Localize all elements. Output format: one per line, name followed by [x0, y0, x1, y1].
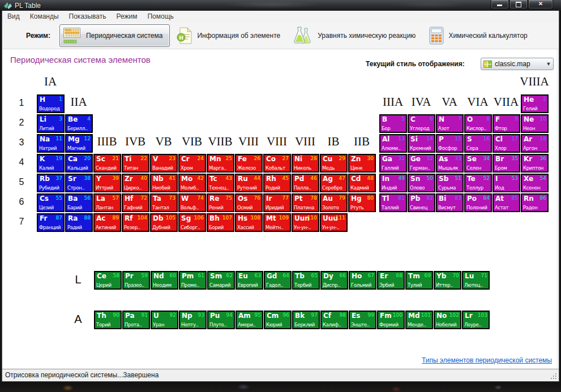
element-cell-bi[interactable]: Bi83Висмут	[436, 193, 464, 212]
element-cell-cf[interactable]: Cf98Калиф..	[320, 311, 348, 329]
element-cell-be[interactable]: Be4Берилл..	[65, 114, 93, 133]
element-cell-mn[interactable]: Mn25Марга..	[207, 154, 234, 173]
element-cell-gd[interactable]: Gd64Гадол..	[264, 271, 292, 290]
element-cell-th[interactable]: Th90Торий	[94, 311, 122, 329]
element-cell-fe[interactable]: Fe26Железо	[235, 154, 263, 173]
menu-item-show[interactable]: Показывать	[64, 11, 112, 20]
minimize-button[interactable]	[491, 0, 509, 9]
element-cell-am[interactable]: Am95Амери..	[235, 311, 263, 329]
element-cell-nd[interactable]: Nd60Неодим	[151, 271, 178, 290]
element-cell-hs[interactable]: Hs108Хассий	[235, 213, 263, 232]
element-cell-fm[interactable]: Fm100Фермий	[377, 311, 405, 329]
element-cell-ag[interactable]: Ag47Серебро	[320, 174, 348, 192]
element-cell-pa[interactable]: Pa91Прота..	[122, 311, 150, 329]
element-cell-rh[interactable]: Rh45Родий	[263, 174, 291, 192]
element-cell-mg[interactable]: Mg12Магний	[65, 134, 93, 153]
element-cell-pd[interactable]: Pd46Палла..	[292, 174, 319, 192]
element-cell-re[interactable]: Re75Рений	[207, 193, 234, 212]
element-cell-na[interactable]: Na11Натрий	[37, 134, 65, 153]
toolbar-button-chem-calculator[interactable]: Химический калькулятор	[426, 24, 534, 47]
element-cell-lu[interactable]: Lu71Лютец..	[462, 271, 490, 290]
menu-item-help[interactable]: Помощь	[142, 11, 178, 20]
element-cell-po[interactable]: Po84Полоний	[464, 193, 492, 212]
element-cell-c[interactable]: C6Углерод	[408, 114, 435, 133]
element-cell-os[interactable]: Os76Осмий	[235, 193, 263, 212]
element-cell-no[interactable]: No102Нобелий	[434, 311, 461, 329]
element-cell-ac[interactable]: Ac89Актиний	[93, 213, 121, 232]
element-cell-pu[interactable]: Pu94Плуто..	[207, 311, 235, 329]
close-button[interactable]: ✕	[528, 0, 553, 9]
toolbar-button-balance-reaction[interactable]: Уравнять химическую реакцию	[290, 24, 422, 47]
element-cell-zr[interactable]: Zr40Цирко..	[122, 174, 149, 192]
element-cell-sn[interactable]: Sn50Олово	[408, 174, 435, 192]
element-cell-tm[interactable]: Tm69Тулий	[405, 271, 433, 290]
element-cell-h[interactable]: H1Водород	[37, 94, 65, 113]
element-cell-ge[interactable]: Ge32Герман..	[408, 154, 435, 173]
element-cell-nb[interactable]: Nb41Ниобий	[150, 174, 178, 192]
element-cell-ir[interactable]: Ir77Иридий	[263, 193, 291, 212]
element-cell-sg[interactable]: Sg106Сиборг..	[178, 213, 206, 232]
element-cell-cl[interactable]: Cl17Хлор	[493, 134, 520, 153]
element-cell-hf[interactable]: Hf72Гафний	[122, 193, 149, 212]
element-cell-cr[interactable]: Cr24Хром	[178, 154, 206, 173]
element-cell-yb[interactable]: Yb70Иттер..	[434, 271, 461, 290]
element-cell-kr[interactable]: Kr36Криптон	[521, 154, 549, 173]
element-cell-uuu[interactable]: Uuu111Ун-ун-..	[320, 213, 348, 232]
element-cell-at[interactable]: At85Астат	[493, 193, 520, 212]
element-cell-sr[interactable]: Sr38Строн..	[65, 174, 93, 192]
element-cell-zn[interactable]: Zn30Цинк	[348, 154, 376, 173]
element-cell-bk[interactable]: Bk97Берклий	[292, 311, 320, 329]
element-cell-u[interactable]: U92Уран	[151, 311, 178, 329]
element-cell-f[interactable]: F9Фтор	[493, 114, 520, 133]
element-cell-lr[interactable]: Lr103Лоуре..	[462, 311, 490, 329]
element-cell-cs[interactable]: Cs55Цезий	[37, 193, 65, 212]
element-cell-pr[interactable]: Pr59Празео..	[122, 271, 150, 290]
element-cell-hg[interactable]: Hg80Ртуть	[348, 193, 376, 212]
element-cell-k[interactable]: K19Калий	[37, 154, 65, 173]
element-cell-ce[interactable]: Ce58Церий	[94, 271, 122, 290]
element-cell-la[interactable]: La57Лантан	[93, 193, 121, 212]
menu-item-mode[interactable]: Режим	[111, 11, 142, 20]
element-cell-ho[interactable]: Ho67Гольмий	[349, 271, 376, 290]
element-cell-bh[interactable]: Bh107Борий	[207, 213, 234, 232]
element-cell-rf[interactable]: Rf104Резер..	[122, 213, 149, 232]
element-cell-w[interactable]: W74Вольф..	[178, 193, 206, 212]
element-cell-cm[interactable]: Cm96Кюрий	[264, 311, 292, 329]
element-cell-es[interactable]: Es99Энште..	[349, 311, 376, 329]
element-cell-md[interactable]: Md101Менде..	[405, 311, 433, 329]
element-cell-mt[interactable]: Mt109Мейтн..	[263, 213, 291, 232]
element-cell-te[interactable]: Te52Теллур	[464, 174, 492, 192]
menu-item-view[interactable]: Вид	[2, 11, 25, 20]
element-cell-se[interactable]: Se34Селен	[464, 154, 492, 173]
element-cell-np[interactable]: Np93Непту..	[179, 311, 207, 329]
element-cell-eu[interactable]: Eu63Европий	[235, 271, 263, 290]
element-cell-sb[interactable]: Sb51Сурьма	[436, 174, 464, 192]
element-cell-p[interactable]: P15Фосфор	[436, 134, 464, 153]
element-cell-o[interactable]: O8Кислор..	[464, 114, 492, 133]
element-cell-ra[interactable]: Ra88Радий	[65, 213, 93, 232]
element-cell-tl[interactable]: Tl81Таллий	[379, 193, 407, 212]
element-cell-tc[interactable]: Tc43Технец..	[207, 174, 234, 192]
element-cell-ca[interactable]: Ca20Кальций	[65, 154, 93, 173]
element-cell-i[interactable]: I53Иод	[493, 174, 520, 192]
element-cell-ti[interactable]: Ti22Титан	[122, 154, 149, 173]
element-cell-pb[interactable]: Pb82Свинец	[408, 193, 435, 212]
title-bar[interactable]: PL Table ✕	[0, 0, 561, 11]
element-cell-db[interactable]: Db105Дубний	[150, 213, 178, 232]
element-cell-cu[interactable]: Cu29Медь	[320, 154, 348, 173]
element-cell-tb[interactable]: Tb65Тербий	[292, 271, 320, 290]
element-cell-cd[interactable]: Cd48Кадмий	[348, 174, 376, 192]
chevron-down-icon[interactable]: ▼	[544, 58, 553, 70]
element-cell-fr[interactable]: Fr87Франций	[37, 213, 65, 232]
element-types-link[interactable]: Типы элементов периодической системы	[422, 356, 552, 364]
element-cell-er[interactable]: Er68Эрбий	[377, 271, 405, 290]
element-cell-al[interactable]: Al13Алюми..	[379, 134, 407, 153]
toolbar-button-periodic-system[interactable]: Периодическая система	[59, 24, 170, 47]
element-cell-v[interactable]: V23Ванадий	[150, 154, 178, 173]
element-cell-rn[interactable]: Rn86Радон	[521, 193, 549, 212]
element-cell-mo[interactable]: Mo42Молиб..	[178, 174, 206, 192]
element-cell-y[interactable]: Y39Иттрий	[93, 174, 121, 192]
element-cell-pm[interactable]: Pm61Проме..	[179, 271, 207, 290]
display-style-combobox[interactable]: classic.map ▼	[481, 58, 554, 70]
element-cell-he[interactable]: He2Гелий	[521, 94, 549, 113]
